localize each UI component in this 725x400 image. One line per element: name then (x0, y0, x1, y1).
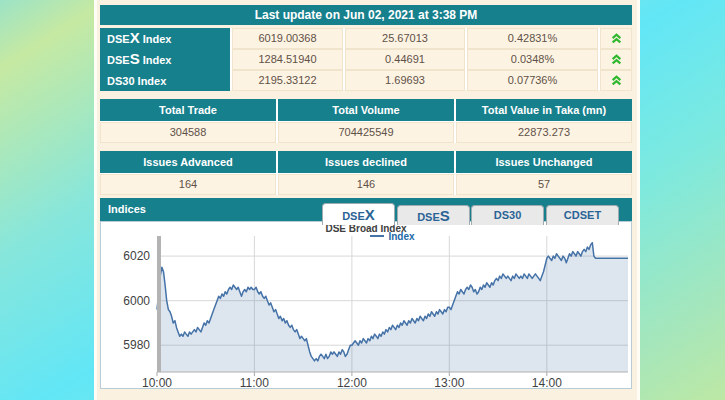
svg-text:10:00: 10:00 (142, 376, 172, 388)
index-summary-table: DSEX Index 6019.00368 25.67013 0.42831% … (100, 28, 632, 90)
issues-advanced-value: 164 (100, 174, 276, 195)
trend-up-icon (600, 49, 632, 70)
index-name-big-letter: S (130, 50, 140, 67)
table-row-dses: DSES Index 1284.51940 0.44691 0.0348% (100, 49, 632, 69)
total-trade-value: 304588 (100, 122, 276, 143)
issues-header-row: Issues Advanced Issues declined Issues U… (100, 151, 632, 173)
issues-unchanged-value: 57 (456, 174, 632, 195)
trend-up-icon (600, 70, 632, 91)
total-value-value: 22873.273 (456, 122, 632, 143)
totals-table: Total Trade Total Volume Total Value in … (100, 99, 632, 143)
index-value: 1284.51940 (232, 49, 343, 70)
index-value: 2195.33122 (232, 70, 343, 91)
issues-value-row: 164 146 57 (100, 174, 632, 195)
indices-panel-title: Indices (108, 203, 146, 215)
svg-text:5980: 5980 (123, 338, 150, 352)
index-name-text: DSE (107, 33, 130, 45)
svg-text:13:00: 13:00 (434, 376, 464, 388)
tab-label-big-letter: S (440, 207, 450, 224)
table-row-dsex: DSEX Index 6019.00368 25.67013 0.42831% (100, 28, 632, 48)
index-percent: 0.42831% (467, 28, 598, 49)
table-row-ds30: DS30 Index 2195.33122 1.69693 0.07736% (100, 70, 632, 90)
index-value: 6019.00368 (232, 28, 343, 49)
last-update-bar: Last update on Jun 02, 2021 at 3:38 PM (100, 5, 632, 25)
tab-label: DS30 (494, 209, 522, 221)
total-volume-header: Total Volume (278, 99, 454, 121)
index-change: 25.67013 (345, 28, 465, 49)
tab-label: CDSET (564, 209, 601, 221)
issues-declined-header: Issues declined (278, 151, 454, 173)
issues-unchanged-header: Issues Unchanged (456, 151, 632, 173)
tab-dsex[interactable]: DSEX (322, 203, 395, 225)
index-percent: 0.07736% (467, 70, 598, 91)
index-area-chart: 59806000602010:0011:0012:0013:0014:00 (101, 222, 631, 388)
svg-text:6000: 6000 (123, 294, 150, 308)
totals-header-row: Total Trade Total Volume Total Value in … (100, 99, 632, 121)
tab-label: DSE (417, 211, 440, 223)
legend-line-swatch (370, 235, 384, 237)
index-name-text: DSE (107, 54, 130, 66)
index-change: 1.69693 (345, 70, 465, 91)
tab-label-big-letter: X (365, 206, 375, 223)
tab-cdset[interactable]: CDSET (546, 205, 619, 225)
index-change: 0.44691 (345, 49, 465, 70)
index-name-suffix: Index (135, 75, 167, 87)
index-name-text: DS30 (107, 75, 135, 87)
issues-table: Issues Advanced Issues declined Issues U… (100, 151, 632, 195)
svg-text:11:00: 11:00 (240, 376, 269, 388)
svg-text:6020: 6020 (123, 249, 150, 263)
svg-text:14:00: 14:00 (532, 376, 562, 388)
index-name-dsex: DSEX Index (100, 28, 230, 49)
trend-up-icon (600, 28, 632, 49)
issues-advanced-header: Issues Advanced (100, 151, 276, 173)
index-name-big-letter: X (130, 29, 140, 46)
tab-ds30[interactable]: DS30 (471, 205, 544, 225)
page-background: Last update on Jun 02, 2021 at 3:38 PM D… (0, 0, 725, 400)
total-volume-value: 704425549 (278, 122, 454, 143)
svg-text:12:00: 12:00 (337, 376, 367, 388)
issues-declined-value: 146 (278, 174, 454, 195)
index-name-ds30: DS30 Index (100, 70, 230, 91)
legend-series-label: Index (388, 231, 414, 242)
index-name-suffix: Index (140, 33, 172, 45)
index-name-suffix: Index (140, 54, 172, 66)
index-percent: 0.0348% (467, 49, 598, 70)
total-value-header: Total Value in Taka (mn) (456, 99, 632, 121)
total-trade-header: Total Trade (100, 99, 276, 121)
totals-value-row: 304588 704425549 22873.273 (100, 122, 632, 143)
index-name-dses: DSES Index (100, 49, 230, 70)
index-chart-panel: DSE Broad Index Index 59806000602010:001… (100, 221, 632, 389)
tab-dses[interactable]: DSES (397, 205, 470, 225)
tab-label: DSE (342, 210, 365, 222)
chart-legend: Index (157, 231, 628, 242)
